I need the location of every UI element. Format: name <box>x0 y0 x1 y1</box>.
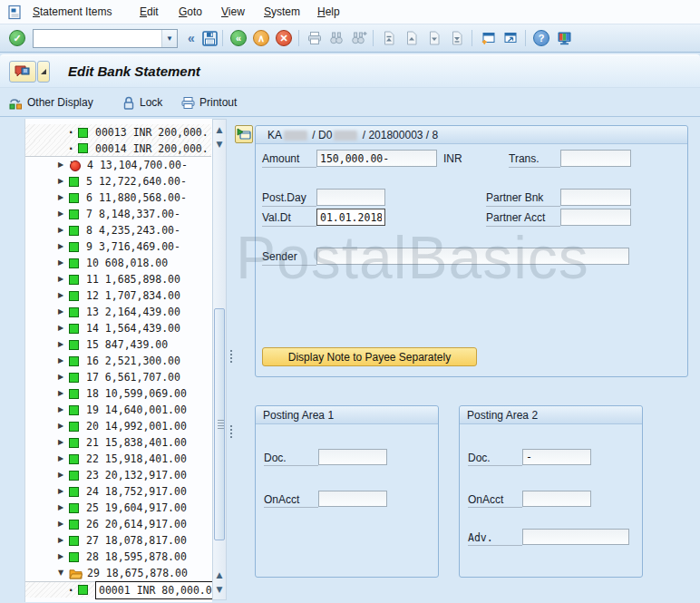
printout-button[interactable]: Printout <box>180 92 237 112</box>
tree-node-18[interactable]: ▶1810,599,069.00 <box>25 385 211 402</box>
tree-node-19[interactable]: ▶1914,640,001.00 <box>25 402 211 418</box>
expand-arrow-icon[interactable]: ▶ <box>58 369 69 385</box>
collapse-command-button[interactable]: « <box>181 28 201 48</box>
system-menu-icon[interactable] <box>6 4 24 21</box>
tree-node-29[interactable]: ▼2918,675,878.00 <box>25 565 211 581</box>
panel-splitter[interactable] <box>228 119 235 600</box>
tree-node-7[interactable]: ▶78,148,337.00- <box>25 206 211 222</box>
next-page-button[interactable] <box>424 28 444 48</box>
tree-node-27[interactable]: ▶2718,078,817.00 <box>25 532 211 549</box>
pa2-doc-field[interactable] <box>522 449 591 465</box>
subtree-scroll-down-bottom-icon[interactable]: ▼ <box>213 585 226 594</box>
enter-button[interactable]: ✓ <box>7 28 27 48</box>
tree-node-10[interactable]: ▶10608,018.00 <box>25 255 211 271</box>
tree-scrollbar-thumb[interactable] <box>214 308 225 540</box>
tree-node-12[interactable]: ▶121,707,834.00 <box>25 287 211 304</box>
expand-arrow-icon[interactable]: ▶ <box>58 157 69 173</box>
cancel-button[interactable]: ✕ <box>274 28 294 48</box>
display-note-button[interactable]: Display Note to Payee Separately <box>262 347 477 366</box>
tree-node-5[interactable]: ▶512,722,640.00- <box>25 173 211 190</box>
expand-arrow-icon[interactable]: ▶ <box>58 402 69 418</box>
expand-arrow-icon[interactable]: ▶ <box>58 304 69 320</box>
command-dropdown-icon[interactable]: ▼ <box>161 30 177 47</box>
tree-node-13[interactable]: ▶132,164,439.00 <box>25 304 211 320</box>
expand-arrow-icon[interactable]: ▶ <box>58 467 69 483</box>
expand-arrow-icon[interactable]: ▶ <box>58 483 69 500</box>
expand-arrow-icon[interactable]: ▶ <box>58 190 69 206</box>
save-button[interactable] <box>199 28 219 48</box>
find-next-button[interactable] <box>349 28 369 48</box>
previous-page-button[interactable] <box>402 28 422 48</box>
pa2-adv-field[interactable] <box>522 529 629 545</box>
menu-system[interactable]: System <box>264 5 300 18</box>
sender-field[interactable] <box>316 248 629 265</box>
create-shortcut-button[interactable] <box>501 28 520 48</box>
tree-node-25[interactable]: ▶2519,604,917.00 <box>25 500 211 516</box>
expand-arrow-icon[interactable]: ▶ <box>58 532 69 549</box>
expand-arrow-icon[interactable]: ▶ <box>58 336 69 353</box>
customize-layout-button[interactable] <box>554 28 574 48</box>
tree-node-8[interactable]: ▶84,235,243.00- <box>25 222 211 238</box>
first-page-button[interactable] <box>379 28 399 48</box>
pa1-onacct-field[interactable] <box>318 491 387 507</box>
pa1-doc-field[interactable] <box>318 449 387 465</box>
menu-view[interactable]: View <box>221 5 245 18</box>
partner-bank-field[interactable] <box>560 189 631 206</box>
print-button[interactable] <box>305 28 325 48</box>
tree-item-00013[interactable]: ·00013INR 200,000. <box>25 124 211 141</box>
postday-field[interactable] <box>316 189 385 206</box>
menu-edit[interactable]: Edit <box>140 5 159 18</box>
tree-scrollbar[interactable]: ▲ ▼ ▲ ▼ <box>212 119 227 600</box>
partner-acct-field[interactable] <box>560 209 631 226</box>
expand-arrow-icon[interactable]: ▶ <box>58 287 69 304</box>
expand-arrow-icon[interactable]: ▶ <box>58 451 69 467</box>
expand-arrow-icon[interactable]: ▶ <box>58 271 69 287</box>
last-page-button[interactable] <box>447 28 467 48</box>
expand-arrow-icon[interactable]: ▶ <box>58 516 69 532</box>
overview-menu-button[interactable] <box>9 61 36 83</box>
subtree-scroll-up-icon[interactable]: ▲ <box>213 125 226 134</box>
expand-arrow-icon[interactable]: ▶ <box>58 500 69 516</box>
tree-node-15[interactable]: ▶15847,439.00 <box>25 336 211 353</box>
expand-item-button[interactable] <box>235 125 253 143</box>
tree-node-11[interactable]: ▶111,685,898.00 <box>25 271 211 287</box>
trans-field[interactable] <box>560 150 631 167</box>
new-session-button[interactable] <box>478 28 498 48</box>
expand-arrow-icon[interactable]: ▶ <box>58 434 69 451</box>
tree-node-9[interactable]: ▶93,716,469.00- <box>25 238 211 255</box>
menu-statement-items[interactable]: Statement Items <box>33 5 112 18</box>
tree-node-4[interactable]: ▶413,104,700.00- <box>25 157 211 173</box>
subtree-scroll-up-bottom-icon[interactable]: ▲ <box>213 570 226 579</box>
subtree-scroll-down-icon[interactable]: ▼ <box>213 140 226 149</box>
back-button[interactable]: « <box>228 28 248 48</box>
amount-field[interactable] <box>316 150 437 167</box>
selected-item-box[interactable]: 00001INR 80,000.00 <box>95 581 222 599</box>
tree-node-24[interactable]: ▶2418,752,917.00 <box>25 483 211 500</box>
tree-node-16[interactable]: ▶162,521,300.00 <box>25 353 211 369</box>
expand-arrow-icon[interactable]: ▶ <box>58 385 69 402</box>
value-date-field[interactable] <box>316 209 385 226</box>
tree-node-22[interactable]: ▶2215,918,401.00 <box>25 451 211 467</box>
tree-node-14[interactable]: ▶141,564,439.00 <box>25 320 211 336</box>
menu-goto[interactable]: Goto <box>179 5 202 18</box>
help-button[interactable]: ? <box>531 28 551 48</box>
tree-node-26[interactable]: ▶2620,614,917.00 <box>25 516 211 532</box>
expand-arrow-icon[interactable]: ▶ <box>58 320 69 336</box>
tree-node-21[interactable]: ▶2115,838,401.00 <box>25 434 211 451</box>
tree-node-20[interactable]: ▶2014,992,001.00 <box>25 418 211 434</box>
tree-node-17[interactable]: ▶176,561,707.00 <box>25 369 211 385</box>
expand-arrow-icon[interactable]: ▶ <box>58 549 69 565</box>
expand-arrow-icon[interactable]: ▶ <box>58 255 69 271</box>
expand-arrow-icon[interactable]: ▶ <box>58 418 69 434</box>
expand-arrow-icon[interactable]: ▶ <box>58 173 69 190</box>
menu-help[interactable]: Help <box>317 5 340 18</box>
tree-node-23[interactable]: ▶2320,132,917.00 <box>25 467 211 483</box>
expand-arrow-icon[interactable]: ▶ <box>58 222 69 238</box>
other-display-button[interactable]: Other Display <box>8 92 93 112</box>
tree-node-6[interactable]: ▶611,880,568.00- <box>25 190 211 206</box>
pa2-onacct-field[interactable] <box>522 491 591 507</box>
lock-button[interactable]: Lock <box>122 92 162 112</box>
command-input[interactable] <box>34 31 161 46</box>
command-field[interactable]: ▼ <box>33 29 178 48</box>
expand-arrow-icon[interactable]: ▶ <box>58 238 69 255</box>
